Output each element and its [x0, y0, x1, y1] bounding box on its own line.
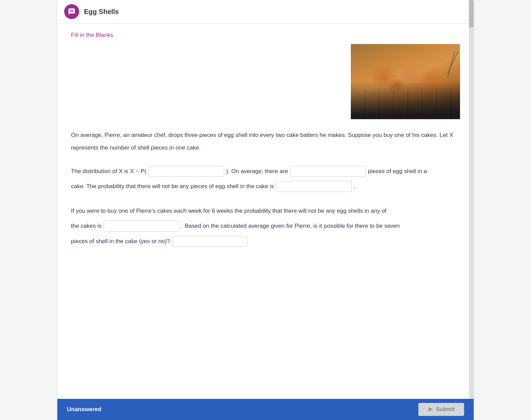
submit-button[interactable]: Submit — [418, 403, 464, 416]
send-icon — [428, 407, 433, 412]
q5-prefix: pieces of shell in the cake (yes or no)? — [71, 234, 170, 249]
q4-prefix: the cakes is — [71, 219, 102, 234]
q1-suffix: pieces of egg shell in a — [368, 164, 427, 179]
blank-5-input[interactable] — [172, 236, 248, 247]
blank-3-input[interactable] — [276, 181, 352, 192]
page-title: Egg Shells — [84, 8, 119, 16]
avatar — [64, 4, 79, 19]
top-section — [71, 44, 460, 119]
blank-2-input[interactable] — [290, 166, 366, 177]
problem-paragraph: On average, Pierre, an amateur chef, dro… — [71, 129, 460, 154]
egg-image — [351, 44, 460, 119]
question-1-line: The distribution of X is X ~ P( ). On av… — [71, 164, 460, 179]
question-3-block: If you were to buy one of Pierre's cakes… — [71, 204, 460, 249]
egg-carton-detail — [351, 89, 460, 119]
header: Egg Shells — [57, 0, 474, 24]
whisk-detail — [434, 51, 455, 92]
section-label: Fill in the Blanks — [71, 32, 460, 39]
footer-status: Unanswered — [67, 406, 101, 413]
q3-prefix: If you were to buy one of Pierre's cakes… — [71, 204, 387, 219]
footer: Unanswered Submit — [57, 399, 474, 420]
blank-4-input[interactable] — [104, 221, 180, 232]
q2-prefix: cake. The probability that there will no… — [71, 179, 274, 194]
q1-middle: ). On average, there are — [226, 164, 288, 179]
question-1-block: The distribution of X is X ~ P( ). On av… — [71, 164, 460, 194]
page-wrapper: Egg Shells Fill in the Blanks On average… — [57, 0, 474, 420]
chat-bubble-icon — [68, 8, 75, 15]
q2-suffix: . — [354, 179, 356, 194]
submit-label: Submit — [436, 406, 455, 412]
question-4-line: the cakes is . Based on the calculated a… — [71, 219, 460, 234]
question-2-line: cake. The probability that there will no… — [71, 179, 460, 194]
problem-text-p1: On average, Pierre, an amateur chef, dro… — [71, 129, 460, 154]
question-5-line: pieces of shell in the cake (yes or no)? — [71, 234, 460, 249]
scrollbar-thumb — [469, 0, 474, 27]
main-content: Fill in the Blanks On average, Pierre, a… — [57, 24, 474, 420]
q1-prefix: The distribution of X is X ~ P( — [71, 164, 146, 179]
question-3-line: If you were to buy one of Pierre's cakes… — [71, 204, 460, 219]
q4-middle: . Based on the calculated average given … — [182, 219, 400, 234]
blank-1-input[interactable] — [148, 166, 224, 177]
